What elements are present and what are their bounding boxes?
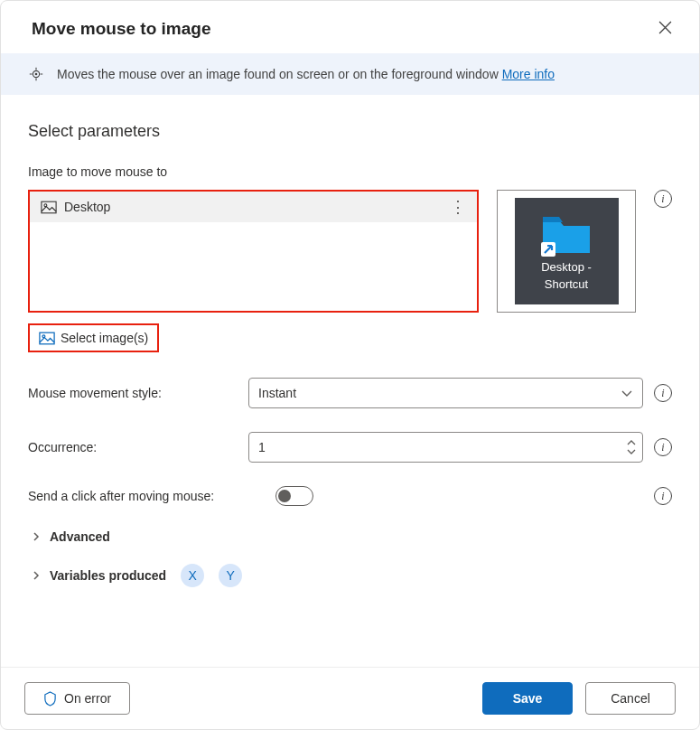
chevron-down-icon bbox=[621, 388, 633, 398]
info-icon[interactable]: i bbox=[654, 384, 672, 402]
occurrence-label: Occurrence: bbox=[28, 440, 236, 454]
dialog-content: Select parameters Image to move mouse to… bbox=[1, 95, 699, 667]
occurrence-row: Occurrence: 1 i bbox=[28, 432, 672, 463]
section-title: Select parameters bbox=[28, 122, 672, 141]
select-images-button[interactable]: Select image(s) bbox=[28, 323, 159, 352]
close-icon bbox=[658, 21, 672, 34]
image-item-name: Desktop bbox=[64, 200, 110, 214]
send-click-row: Send a click after moving mouse: i bbox=[28, 486, 672, 506]
info-icon[interactable]: i bbox=[654, 438, 672, 456]
picture-icon bbox=[39, 332, 55, 345]
item-menu-button[interactable]: ⋮ bbox=[450, 199, 466, 215]
image-field-label: Image to move mouse to bbox=[28, 164, 672, 179]
picture-icon bbox=[41, 201, 57, 214]
more-info-link[interactable]: More info bbox=[502, 67, 555, 81]
info-icon[interactable]: i bbox=[654, 190, 672, 208]
dialog: Move mouse to image Moves the mouse over… bbox=[0, 0, 700, 730]
folder-shortcut-icon bbox=[539, 211, 593, 257]
image-list[interactable]: Desktop ⋮ bbox=[28, 190, 479, 313]
advanced-expander[interactable]: Advanced bbox=[32, 529, 672, 544]
image-selection-row: Desktop ⋮ Desktop - Shortcut i bbox=[28, 190, 672, 313]
info-banner: Moves the mouse over an image found on s… bbox=[1, 53, 699, 95]
spinner-buttons[interactable] bbox=[626, 439, 637, 455]
chevron-right-icon bbox=[32, 531, 41, 542]
preview-label-1: Desktop - bbox=[541, 260, 592, 274]
occurrence-input[interactable]: 1 bbox=[248, 432, 643, 463]
save-button[interactable]: Save bbox=[482, 682, 573, 715]
send-click-label: Send a click after moving mouse: bbox=[28, 489, 263, 503]
dialog-title: Move mouse to image bbox=[32, 19, 211, 39]
info-icon[interactable]: i bbox=[654, 487, 672, 505]
chevron-right-icon bbox=[32, 570, 41, 581]
image-list-item[interactable]: Desktop ⋮ bbox=[30, 192, 477, 222]
variable-chip-y[interactable]: Y bbox=[219, 564, 242, 587]
movement-style-label: Mouse movement style: bbox=[28, 386, 236, 400]
dialog-header: Move mouse to image bbox=[1, 1, 699, 53]
send-click-toggle[interactable] bbox=[275, 486, 313, 506]
movement-style-row: Mouse movement style: Instant i bbox=[28, 378, 672, 408]
shield-icon bbox=[43, 691, 57, 707]
svg-point-1 bbox=[35, 73, 38, 76]
on-error-button[interactable]: On error bbox=[24, 682, 130, 715]
svg-rect-5 bbox=[40, 332, 54, 344]
movement-style-select[interactable]: Instant bbox=[248, 378, 643, 408]
dialog-footer: On error Save Cancel bbox=[1, 667, 699, 729]
variable-chip-x[interactable]: X bbox=[181, 564, 204, 587]
preview-label-2: Shortcut bbox=[545, 277, 588, 291]
image-preview: Desktop - Shortcut bbox=[497, 190, 636, 313]
cancel-button[interactable]: Cancel bbox=[585, 682, 676, 715]
variables-expander[interactable]: Variables produced X Y bbox=[32, 564, 672, 587]
svg-rect-2 bbox=[42, 201, 56, 213]
banner-text: Moves the mouse over an image found on s… bbox=[57, 67, 555, 81]
chevron-down-icon bbox=[626, 448, 637, 455]
close-button[interactable] bbox=[655, 17, 676, 41]
chevron-up-icon bbox=[626, 439, 637, 446]
mouse-target-icon bbox=[28, 66, 44, 82]
